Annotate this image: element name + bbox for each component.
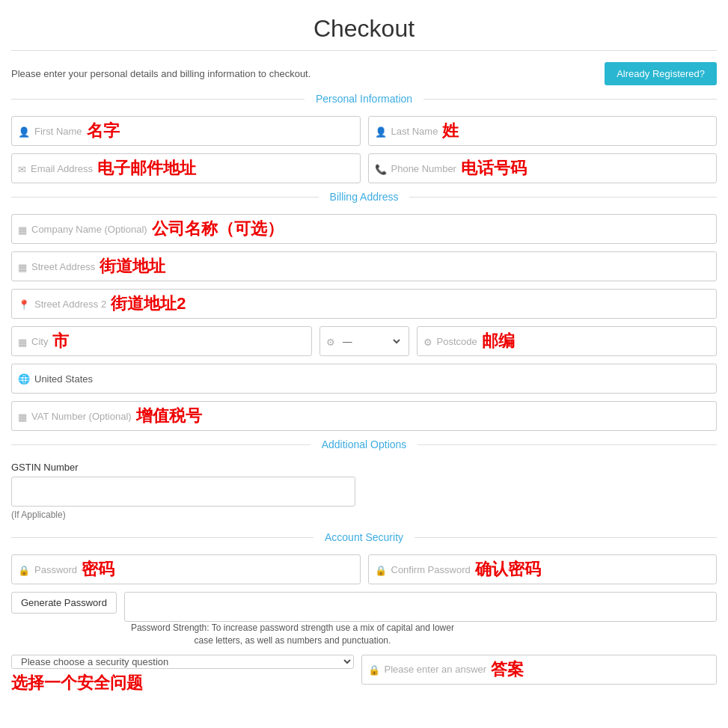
city-icon bbox=[18, 335, 27, 348]
gstin-section: GSTIN Number (If Applicable) bbox=[11, 462, 717, 520]
street2-row: Street Address 2 街道地址2 bbox=[11, 289, 717, 319]
city-label: City bbox=[31, 336, 48, 347]
street2-wrapper[interactable]: Street Address 2 街道地址2 bbox=[11, 289, 717, 319]
confirm-password-input[interactable] bbox=[541, 564, 710, 575]
password-chinese: 密码 bbox=[82, 558, 114, 581]
state-wrapper[interactable]: — bbox=[319, 326, 409, 356]
confirm-password-wrapper[interactable]: Confirm Password 确认密码 bbox=[368, 554, 718, 584]
phone-chinese: 电话号码 bbox=[461, 157, 527, 180]
globe-icon bbox=[18, 373, 30, 385]
postcode-wrapper[interactable]: Postcode 邮编 bbox=[417, 326, 718, 356]
confirm-password-chinese: 确认密码 bbox=[475, 558, 541, 581]
page-title: Checkout bbox=[11, 15, 717, 43]
vat-icon bbox=[18, 410, 27, 423]
email-chinese: 电子邮件地址 bbox=[97, 157, 196, 180]
confirm-password-label: Confirm Password bbox=[391, 564, 471, 575]
map-icon bbox=[18, 260, 27, 273]
postcode-input[interactable] bbox=[515, 336, 710, 347]
company-wrapper[interactable]: Company Name (Optional) 公司名称（可选） bbox=[11, 214, 717, 244]
first-name-label: First Name bbox=[34, 126, 82, 137]
security-answer-chinese: 答案 bbox=[491, 658, 524, 681]
state-icon bbox=[326, 335, 335, 348]
country-row[interactable]: United States bbox=[11, 364, 717, 394]
state-select[interactable]: — bbox=[340, 335, 403, 348]
postcode-label: Postcode bbox=[437, 336, 477, 347]
first-name-wrapper[interactable]: First Name 名字 bbox=[11, 116, 361, 146]
last-name-wrapper[interactable]: Last Name 姓 bbox=[368, 116, 718, 146]
vat-label: VAT Number (Optional) bbox=[31, 411, 132, 422]
vat-chinese: 增值税号 bbox=[136, 405, 202, 427]
personal-info-divider: Personal Information bbox=[11, 93, 717, 105]
additional-options-title: Additional Options bbox=[311, 438, 418, 450]
street-label: Street Address bbox=[31, 261, 95, 272]
security-answer-label: Please enter an answer bbox=[385, 664, 487, 675]
last-name-chinese: 姓 bbox=[442, 120, 459, 142]
password-strength-text: Password Strength: To increase password … bbox=[124, 622, 461, 647]
additional-options-divider: Additional Options bbox=[11, 438, 717, 450]
city-chinese: 市 bbox=[52, 330, 69, 352]
security-answer-wrapper[interactable]: Please enter an answer 答案 bbox=[361, 655, 718, 685]
email-icon bbox=[18, 162, 26, 175]
street-wrapper[interactable]: Street Address 街道地址 bbox=[11, 251, 717, 281]
password-wrapper[interactable]: Password 密码 bbox=[11, 554, 361, 584]
street-group: Street Address 街道地址 bbox=[11, 251, 717, 281]
phone-group: Phone Number 电话号码 bbox=[368, 153, 718, 183]
security-answer-input[interactable] bbox=[524, 664, 710, 675]
security-question-row: Please choose a security question 选择一个安全… bbox=[11, 655, 717, 694]
street-input[interactable] bbox=[165, 261, 710, 272]
vat-group: VAT Number (Optional) 增值税号 bbox=[11, 401, 717, 431]
street-chinese: 街道地址 bbox=[100, 255, 165, 278]
vat-input[interactable] bbox=[202, 411, 710, 422]
email-phone-row: Email Address 电子邮件地址 Phone Number 电话号码 bbox=[11, 153, 717, 183]
email-label: Email Address bbox=[31, 163, 93, 174]
confirm-password-group: Confirm Password 确认密码 bbox=[368, 554, 718, 584]
pin-icon bbox=[18, 298, 30, 311]
street2-label: Street Address 2 bbox=[34, 299, 106, 310]
email-group: Email Address 电子邮件地址 bbox=[11, 153, 361, 183]
company-label: Company Name (Optional) bbox=[31, 224, 147, 235]
security-question-select[interactable]: Please choose a security question bbox=[11, 655, 354, 669]
vat-wrapper[interactable]: VAT Number (Optional) 增值税号 bbox=[11, 401, 717, 431]
company-input[interactable] bbox=[284, 224, 710, 235]
password-group: Password 密码 bbox=[11, 554, 361, 584]
city-input[interactable] bbox=[69, 336, 305, 347]
top-bar: Please enter your personal details and b… bbox=[11, 50, 717, 85]
generate-password-button[interactable]: Generate Password bbox=[11, 592, 117, 614]
last-name-input[interactable] bbox=[459, 126, 710, 137]
city-wrapper[interactable]: City 市 bbox=[11, 326, 312, 356]
company-row: Company Name (Optional) 公司名称（可选） bbox=[11, 214, 717, 244]
vat-row: VAT Number (Optional) 增值税号 bbox=[11, 401, 717, 431]
phone-label: Phone Number bbox=[391, 163, 456, 174]
lock-icon bbox=[18, 563, 30, 576]
city-state-postcode-row: City 市 — Postcode 邮编 bbox=[11, 326, 717, 356]
company-group: Company Name (Optional) 公司名称（可选） bbox=[11, 214, 717, 244]
phone-wrapper[interactable]: Phone Number 电话号码 bbox=[368, 153, 718, 183]
billing-address-divider: Billing Address bbox=[11, 191, 717, 203]
email-wrapper[interactable]: Email Address 电子邮件地址 bbox=[11, 153, 361, 183]
phone-input[interactable] bbox=[527, 163, 710, 174]
security-question-chinese: 选择一个安全问题 bbox=[11, 672, 354, 694]
building-icon bbox=[18, 223, 27, 236]
already-registered-button[interactable]: Already Registered? bbox=[605, 62, 717, 85]
last-name-label: Last Name bbox=[391, 126, 438, 137]
name-row: First Name 名字 Last Name 姓 bbox=[11, 116, 717, 146]
gstin-label: GSTIN Number bbox=[11, 462, 717, 473]
street-row: Street Address 街道地址 bbox=[11, 251, 717, 281]
postcode-chinese: 邮编 bbox=[482, 330, 515, 352]
password-label: Password bbox=[34, 564, 77, 575]
first-name-input[interactable] bbox=[120, 126, 354, 137]
street2-group: Street Address 2 街道地址2 bbox=[11, 289, 717, 319]
street2-chinese: 街道地址2 bbox=[111, 293, 186, 315]
last-name-group: Last Name 姓 bbox=[368, 116, 718, 146]
gstin-applicable: (If Applicable) bbox=[11, 510, 717, 520]
email-input[interactable] bbox=[196, 163, 353, 174]
company-chinese: 公司名称（可选） bbox=[152, 218, 284, 240]
password-input[interactable] bbox=[114, 564, 353, 575]
street2-input[interactable] bbox=[186, 299, 710, 310]
password-row: Password 密码 Confirm Password 确认密码 bbox=[11, 554, 717, 584]
generate-strength-row: Generate Password Password Strength: To … bbox=[11, 592, 717, 647]
gstin-input[interactable] bbox=[11, 477, 355, 507]
account-security-title: Account Security bbox=[313, 531, 415, 543]
personal-info-title: Personal Information bbox=[305, 93, 423, 105]
phone-icon bbox=[375, 162, 387, 175]
